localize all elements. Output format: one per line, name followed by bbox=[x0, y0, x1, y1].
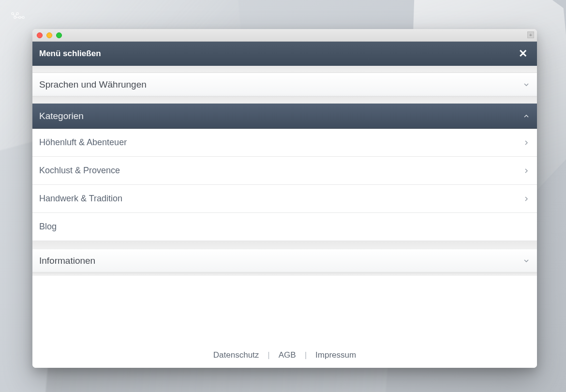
section-languages[interactable]: Sprachen und Währungen bbox=[32, 73, 537, 97]
svg-point-4 bbox=[22, 16, 24, 18]
chevron-down-icon bbox=[522, 81, 530, 89]
svg-point-3 bbox=[19, 16, 21, 18]
spacer bbox=[32, 241, 537, 249]
section-categories[interactable]: Kategorien bbox=[32, 104, 537, 129]
section-label: Kategorien bbox=[39, 111, 84, 121]
spacer bbox=[32, 66, 537, 73]
menu-close-bar[interactable]: Menü schließen ✕ bbox=[32, 42, 537, 66]
category-item[interactable]: Kochlust & Provence bbox=[32, 157, 537, 185]
category-item-blog[interactable]: Blog bbox=[32, 213, 537, 241]
chevron-up-icon bbox=[522, 112, 530, 120]
separator: | bbox=[268, 350, 269, 360]
window-titlebar[interactable]: + bbox=[32, 29, 537, 42]
section-label: Informationen bbox=[39, 256, 95, 266]
window-zoom-button[interactable] bbox=[56, 32, 62, 38]
category-label: Handwerk & Tradition bbox=[39, 194, 122, 204]
category-label: Kochlust & Provence bbox=[39, 166, 120, 176]
category-label: Blog bbox=[39, 222, 57, 232]
footer-link-agb[interactable]: AGB bbox=[279, 350, 296, 360]
footer-link-privacy[interactable]: Datenschutz bbox=[213, 350, 259, 360]
desktop-logo-icon bbox=[11, 12, 25, 22]
svg-line-6 bbox=[15, 14, 16, 16]
chevron-right-icon bbox=[522, 195, 530, 203]
chevron-right-icon bbox=[522, 167, 530, 175]
svg-line-5 bbox=[14, 14, 15, 16]
chevron-right-icon bbox=[522, 139, 530, 147]
section-label: Sprachen und Währungen bbox=[39, 79, 147, 90]
app-window: + Menü schließen ✕ Sprachen und Währunge… bbox=[32, 29, 537, 368]
section-information[interactable]: Informationen bbox=[32, 249, 537, 273]
footer-link-impressum[interactable]: Impressum bbox=[315, 350, 356, 360]
close-icon[interactable]: ✕ bbox=[516, 45, 530, 62]
svg-point-2 bbox=[14, 16, 16, 18]
spacer bbox=[32, 97, 537, 104]
content-area bbox=[32, 276, 537, 343]
window-content: Menü schließen ✕ Sprachen und Währungen … bbox=[32, 42, 537, 368]
category-item[interactable]: Höhenluft & Abenteuer bbox=[32, 129, 537, 157]
window-expand-button[interactable]: + bbox=[527, 31, 534, 38]
footer-links: Datenschutz | AGB | Impressum bbox=[32, 343, 537, 368]
category-label: Höhenluft & Abenteuer bbox=[39, 137, 127, 148]
window-close-button[interactable] bbox=[37, 32, 43, 38]
menu-close-label: Menü schließen bbox=[39, 49, 101, 59]
separator: | bbox=[305, 350, 307, 360]
chevron-down-icon bbox=[522, 257, 530, 265]
category-item[interactable]: Handwerk & Tradition bbox=[32, 185, 537, 213]
traffic-lights bbox=[37, 32, 62, 38]
window-minimize-button[interactable] bbox=[46, 32, 52, 38]
